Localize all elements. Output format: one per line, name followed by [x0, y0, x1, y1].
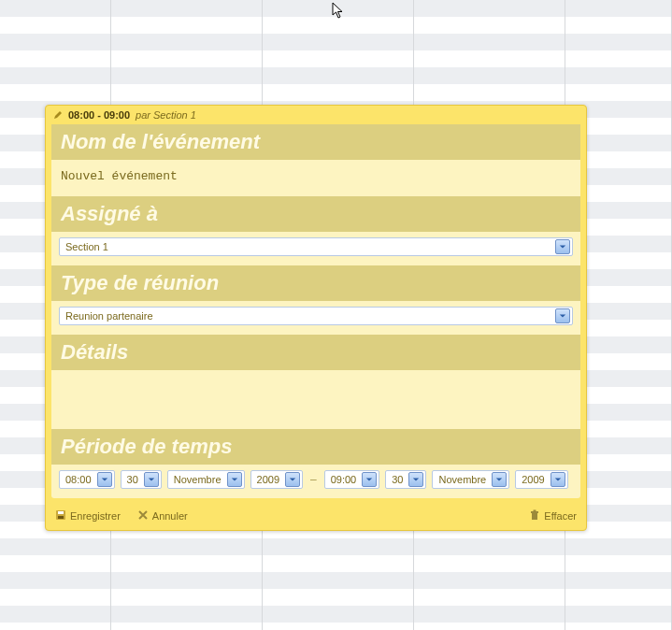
time-period-row: 08:00 30 Novembre 2009 – 09:00 30: [51, 465, 580, 498]
meeting-type-label: Type de réunion: [51, 265, 580, 301]
end-year-dropdown[interactable]: 2009: [515, 470, 567, 489]
end-month-dropdown[interactable]: Novembre: [432, 470, 509, 489]
time-period-label: Période de temps: [51, 429, 580, 465]
time-range-dash: –: [308, 473, 319, 486]
trash-icon: [529, 509, 540, 523]
meeting-type-dropdown[interactable]: Reunion partenaire: [59, 307, 573, 325]
svg-rect-5: [534, 510, 536, 512]
event-time-range: 08:00 - 09:00: [68, 109, 130, 121]
chevron-down-icon: [408, 472, 423, 487]
popup-footer: Enregistrer Annuler Effacer: [46, 504, 586, 530]
start-month-dropdown[interactable]: Novembre: [167, 470, 245, 489]
popup-body: Nom de l'événement Assigné à Section 1 T…: [51, 124, 580, 498]
assigned-to-dropdown[interactable]: Section 1: [59, 237, 573, 256]
chevron-down-icon: [227, 472, 242, 487]
event-author: par Section 1: [136, 109, 196, 121]
start-year-dropdown[interactable]: 2009: [250, 470, 303, 489]
start-hour-dropdown[interactable]: 08:00: [59, 470, 115, 489]
event-name-input[interactable]: [59, 165, 573, 187]
meeting-type-value: Reunion partenaire: [65, 310, 153, 322]
svg-rect-2: [58, 516, 64, 519]
svg-rect-4: [531, 511, 538, 513]
save-icon: [55, 509, 66, 523]
chevron-down-icon: [555, 308, 570, 323]
chevron-down-icon: [285, 472, 300, 487]
assigned-to-label: Assigné à: [51, 196, 580, 232]
assigned-to-value: Section 1: [65, 241, 108, 252]
close-icon: [137, 509, 149, 523]
svg-rect-3: [532, 513, 537, 520]
cancel-button[interactable]: Annuler: [137, 509, 188, 523]
pencil-icon: [53, 110, 63, 120]
chevron-down-icon: [97, 472, 112, 487]
event-name-label: Nom de l'événement: [51, 124, 580, 160]
chevron-down-icon: [362, 472, 377, 487]
end-hour-dropdown[interactable]: 09:00: [324, 470, 380, 489]
chevron-down-icon: [550, 472, 565, 487]
chevron-down-icon: [144, 472, 159, 487]
event-editor-popup: 08:00 - 09:00 par Section 1 Nom de l'évé…: [45, 105, 587, 531]
end-day-dropdown[interactable]: 30: [385, 470, 426, 489]
delete-button[interactable]: Effacer: [529, 509, 577, 523]
details-textarea[interactable]: [51, 370, 580, 426]
chevron-down-icon: [492, 472, 507, 487]
popup-header: 08:00 - 09:00 par Section 1: [46, 106, 586, 124]
chevron-down-icon: [555, 239, 570, 254]
details-label: Détails: [51, 335, 580, 370]
svg-rect-1: [58, 511, 64, 514]
save-button[interactable]: Enregistrer: [55, 509, 121, 523]
start-day-dropdown[interactable]: 30: [121, 470, 162, 489]
